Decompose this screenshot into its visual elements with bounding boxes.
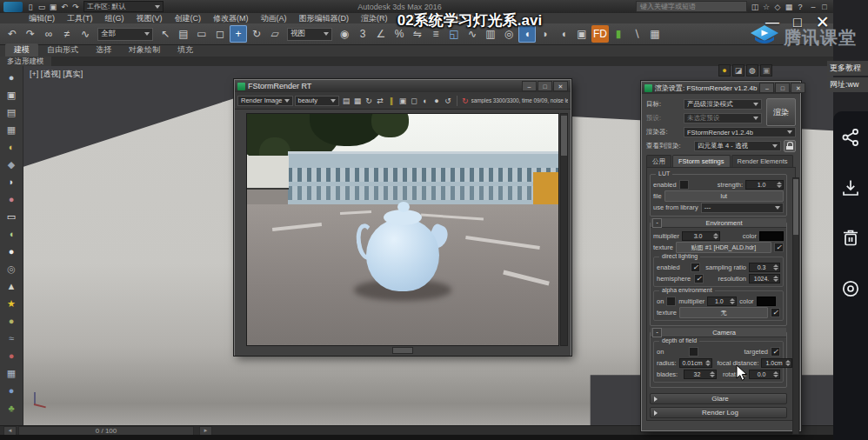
menu-item[interactable]: 工具(T) <box>61 13 99 24</box>
scrollbar[interactable] <box>792 177 799 435</box>
focal-distance-spinner[interactable]: 1.0cm <box>761 358 792 368</box>
radius-spinner[interactable]: 0.01cm <box>679 358 712 368</box>
titlebar-icon[interactable]: ◇ <box>772 2 783 12</box>
modeling-tool-icon[interactable]: ◎ <box>4 261 19 277</box>
quick-access-icon[interactable]: ↷ <box>70 2 81 12</box>
menu-item[interactable]: 编辑(E) <box>23 13 61 24</box>
reference-coordsys-dropdown[interactable]: 视图 <box>287 28 332 41</box>
direct-enabled-checkbox[interactable]: ✓ <box>691 263 700 272</box>
toolbar-icon[interactable]: ▮ <box>610 25 627 43</box>
quick-access-icon[interactable]: ▣ <box>48 2 58 12</box>
modeling-tool-icon[interactable]: ▤ <box>4 104 19 120</box>
render-button[interactable]: 渲染 <box>766 98 796 126</box>
render-mode-dropdown[interactable]: Render Image <box>237 96 293 106</box>
render-tool-icon[interactable]: ▤ <box>341 96 351 106</box>
toolbar-icon[interactable]: ◉ <box>336 25 353 43</box>
toolbar-icon[interactable]: ▦ <box>646 25 664 43</box>
alpha-multiplier-spinner[interactable]: 1.0 <box>707 297 737 306</box>
modeling-tool-icon[interactable]: ◆ <box>4 157 19 172</box>
toolbar-icon[interactable]: 3 <box>354 25 371 43</box>
alpha-on-checkbox[interactable] <box>666 297 676 306</box>
time-next-button[interactable]: ► <box>199 426 212 436</box>
menu-item[interactable]: 图形编辑器(D) <box>293 13 356 24</box>
toolbar-icon[interactable]: ∠ <box>372 25 390 43</box>
toolbar-icon[interactable]: ↷ <box>22 25 39 43</box>
modeling-tool-icon[interactable]: ≈ <box>4 330 19 346</box>
quick-access-icon[interactable]: ▭ <box>37 2 47 12</box>
render-tool-icon[interactable]: ↻ <box>364 96 374 106</box>
toolbar-icon[interactable]: ∞ <box>40 25 57 43</box>
window-button[interactable]: – <box>759 83 774 93</box>
targeted-checkbox[interactable]: ✓ <box>771 347 780 357</box>
search-input[interactable]: 键入关键字或短语 <box>636 1 747 12</box>
target-dropdown[interactable]: 产品级渲染模式 <box>684 99 762 110</box>
viewport-label[interactable]: [+] [透视] [真实] <box>30 69 83 80</box>
titlebar-icon[interactable]: ? <box>795 2 805 12</box>
collapse-button[interactable]: - <box>652 218 662 228</box>
modeling-tool-icon[interactable]: ◐ <box>4 139 19 155</box>
toolbar-icon[interactable]: ▱ <box>266 25 284 43</box>
render-tool-icon[interactable]: ● <box>431 96 442 106</box>
collapse-button[interactable]: - <box>652 328 662 337</box>
render-tool-icon[interactable]: ▣ <box>397 96 408 106</box>
menu-item[interactable]: 修改器(M) <box>207 13 255 24</box>
titlebar-icon[interactable]: ☆ <box>761 2 771 12</box>
settings-tab[interactable]: Render Elements <box>731 155 794 167</box>
modeling-tool-icon[interactable]: ▭ <box>4 209 19 224</box>
max-window-button[interactable]: □ <box>819 2 830 12</box>
mini-icon[interactable]: ● <box>718 64 731 77</box>
trash-icon[interactable] <box>840 228 861 249</box>
settings-tab[interactable]: FStorm settings <box>672 155 731 167</box>
refresh-icon[interactable]: ↻ <box>461 96 470 106</box>
sampling-ratio-spinner[interactable]: 0.3 <box>749 263 780 272</box>
modeling-tool-icon[interactable]: ● <box>4 243 19 259</box>
record-icon[interactable] <box>840 278 861 299</box>
hemisphere-checkbox[interactable]: ✓ <box>694 274 704 283</box>
toolbar-icon[interactable]: ▭ <box>193 25 210 43</box>
menu-item[interactable]: 组(G) <box>99 13 130 24</box>
modeling-tool-icon[interactable]: ★ <box>4 296 19 311</box>
resize-grip[interactable] <box>392 347 413 354</box>
max-window-button[interactable]: – <box>808 2 818 12</box>
menu-item[interactable]: 渲染(R) <box>355 13 394 24</box>
quick-access-icon[interactable]: ↶ <box>59 2 70 12</box>
titlebar-icon[interactable]: ▦ <box>784 2 794 12</box>
mini-icon[interactable]: ◍ <box>746 64 758 77</box>
scrollbar[interactable] <box>560 113 568 346</box>
download-icon[interactable] <box>840 177 861 198</box>
toolbar-icon[interactable]: ↶ <box>3 25 21 43</box>
toolbar-icon[interactable]: ▤ <box>175 25 192 43</box>
ribbon-tab[interactable]: 建模 <box>5 43 38 57</box>
menu-item[interactable]: 创建(C) <box>169 13 208 24</box>
preset-dropdown[interactable]: 未选定预设 <box>684 113 762 123</box>
ribbon-tab[interactable]: 选择 <box>87 43 120 57</box>
toolbar-icon[interactable]: ∖ <box>628 25 645 43</box>
rollout-bar[interactable]: Glare <box>650 393 787 404</box>
toolbar-icon[interactable]: ◖ <box>555 25 572 43</box>
workspace-dropdown[interactable]: 工作区: 默认 <box>83 1 164 12</box>
alpha-texture-button[interactable]: 无 <box>679 307 768 318</box>
time-prev-button[interactable]: ◄ <box>3 426 17 436</box>
mini-icon[interactable]: ▣ <box>760 64 772 77</box>
modeling-tool-icon[interactable]: ● <box>4 383 19 398</box>
toolbar-icon[interactable]: ▣ <box>573 25 591 43</box>
viewport-to-render-dropdown[interactable]: 四元菜单 4 - 透视 <box>694 141 781 151</box>
render-setup-titlebar[interactable]: 渲染设置: FStormRender v1.2.4b –□✕ <box>642 82 800 94</box>
render-tool-icon[interactable]: ∥ <box>386 96 397 106</box>
lut-strength-spinner[interactable]: 1.0 <box>745 180 784 190</box>
window-button[interactable]: □ <box>537 81 552 91</box>
alpha-color-swatch[interactable] <box>757 297 776 306</box>
renderer-dropdown[interactable]: FStormRender v1.2.4b <box>684 127 796 137</box>
window-button[interactable]: □ <box>775 83 790 93</box>
share-icon[interactable] <box>840 127 861 148</box>
modeling-tool-icon[interactable]: ▦ <box>4 365 19 381</box>
dof-on-checkbox[interactable] <box>689 347 698 357</box>
modeling-tool-icon[interactable]: ▦ <box>4 122 19 137</box>
scrollbar-thumb[interactable] <box>793 179 798 235</box>
scrollbar-thumb[interactable] <box>561 116 567 156</box>
modeling-tool-icon[interactable]: ● <box>4 348 19 363</box>
toolbar-icon[interactable]: FD <box>591 25 609 43</box>
modeling-tool-icon[interactable]: ◖ <box>4 226 19 242</box>
time-slider[interactable]: 0 / 100 <box>18 426 194 436</box>
3dsmax-logo[interactable] <box>3 2 23 12</box>
